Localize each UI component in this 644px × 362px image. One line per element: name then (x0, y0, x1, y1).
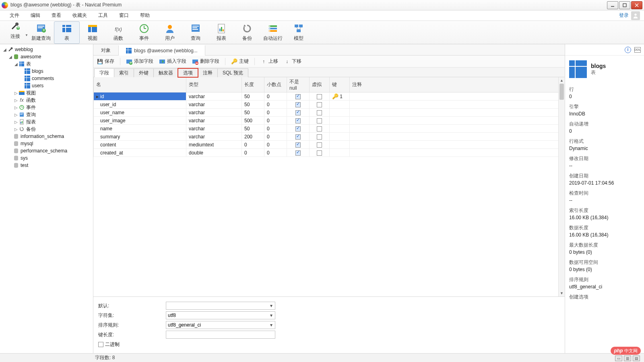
maximize-button[interactable] (619, 1, 630, 9)
ribbon-query[interactable]: 查询 (183, 21, 208, 44)
expand-icon[interactable]: ▷ (14, 127, 19, 132)
tree-view[interactable]: ▷视图 (0, 89, 93, 97)
menu-文件[interactable]: 文件 (4, 12, 25, 19)
ribbon-model[interactable]: 模型 (286, 21, 312, 44)
checkbox-icon[interactable] (295, 150, 301, 156)
subtab-0[interactable]: 字段 (94, 68, 114, 77)
checkbox-icon[interactable] (317, 134, 322, 140)
ribbon-func[interactable]: f(x)函数 (105, 21, 131, 44)
fields-grid[interactable]: 名 类型 长度 小数点 不是 null 虚拟 键 注释 ▸idvarchar50… (93, 77, 565, 296)
ribbon-report[interactable]: 报表 (208, 21, 234, 44)
save-button[interactable]: 💾保存 (97, 58, 114, 65)
expand-icon[interactable]: ◢ (14, 62, 19, 66)
field-row[interactable]: contentmediumtext00 (94, 141, 565, 149)
minimize-button[interactable] (607, 1, 618, 9)
checkbox-icon[interactable] (317, 94, 322, 99)
checkbox-icon[interactable] (295, 126, 301, 132)
tree-database[interactable]: ◢awesome (0, 53, 93, 60)
subtab-3[interactable]: 触发器 (153, 68, 178, 77)
ribbon-table[interactable]: 表 (54, 21, 80, 44)
checkbox-icon[interactable] (317, 142, 322, 148)
expand-icon[interactable]: ◢ (2, 47, 7, 52)
ribbon-view[interactable]: 视图 (80, 21, 105, 44)
checkbox-icon[interactable] (295, 94, 301, 99)
menu-窗口[interactable]: 窗口 (114, 12, 134, 19)
menu-工具[interactable]: 工具 (93, 12, 114, 19)
expand-icon[interactable]: ▷ (14, 120, 19, 124)
ribbon-event[interactable]: 事件 (131, 21, 157, 44)
col-dec[interactable]: 小数点 (264, 77, 287, 93)
tree-connection[interactable]: ◢webblog (0, 46, 93, 53)
expand-icon[interactable]: ▷ (14, 98, 19, 103)
dropdown-icon[interactable]: ▾ (268, 313, 274, 318)
field-row[interactable]: user_namevarchar500 (94, 109, 565, 117)
checkbox-icon[interactable] (295, 142, 301, 148)
connection-tree[interactable]: ◢webblog◢awesome◢表blogscommentsusers▷视图▷… (0, 44, 93, 353)
expand-icon[interactable]: ▷ (14, 113, 19, 117)
subtab-4[interactable]: 选项 (178, 68, 198, 77)
checkbox-icon[interactable] (317, 150, 322, 156)
field-row[interactable]: ▸idvarchar500🔑 1 (94, 93, 565, 101)
tree-table-comments[interactable]: comments (0, 75, 93, 82)
tree-fx[interactable]: ▷fx函数 (0, 97, 93, 104)
col-virt[interactable]: 虚拟 (310, 77, 330, 93)
field-row[interactable]: summaryvarchar2000 (94, 133, 565, 141)
col-len[interactable]: 长度 (242, 77, 264, 93)
subtab-2[interactable]: 外键 (134, 68, 154, 77)
ribbon-connect[interactable]: +连接▼ (2, 21, 28, 44)
col-type[interactable]: 类型 (186, 77, 242, 93)
layout2-icon[interactable]: ▥ (624, 356, 631, 361)
default-input[interactable]: ▾ (166, 302, 275, 310)
primary-key-button[interactable]: 🔑主键 (231, 58, 249, 65)
ribbon-user[interactable]: 用户 (157, 21, 183, 44)
info-icon[interactable]: i (625, 47, 631, 53)
layout3-icon[interactable]: ▤ (633, 356, 640, 361)
insert-field-button[interactable]: 插入字段 (159, 58, 186, 65)
tree-table-blogs[interactable]: blogs (0, 68, 93, 75)
col-comment[interactable]: 注释 (350, 77, 565, 93)
checkbox-icon[interactable] (295, 134, 301, 140)
expand-icon[interactable]: ◢ (8, 55, 13, 59)
col-name[interactable]: 名 (94, 77, 186, 93)
field-row[interactable]: namevarchar500 (94, 125, 565, 133)
subtab-5[interactable]: 注释 (198, 68, 218, 77)
layout1-icon[interactable]: ▭ (615, 356, 622, 361)
tree-db-test[interactable]: test (0, 162, 93, 169)
tree-db-information_schema[interactable]: information_schema (0, 133, 93, 140)
ribbon-newquery[interactable]: +新建查询 (28, 21, 54, 44)
checkbox-icon[interactable] (317, 118, 322, 123)
field-row[interactable]: created_atdouble00 (94, 149, 565, 157)
dropdown-icon[interactable]: ▾ (268, 322, 274, 328)
avatar[interactable] (631, 11, 640, 20)
vertical-scrollbar[interactable]: ▲ ▼ (558, 77, 565, 296)
checkbox-icon[interactable] (317, 126, 322, 132)
collation-input[interactable]: utf8_general_ci▾ (166, 321, 275, 329)
tree-db-performance_schema[interactable]: performance_schema (0, 147, 93, 154)
move-down-button[interactable]: ↓下移 (284, 58, 301, 65)
menu-收藏夹[interactable]: 收藏夹 (67, 12, 93, 19)
tab-objects[interactable]: 对象 (93, 45, 118, 56)
menu-查看[interactable]: 查看 (46, 12, 67, 19)
col-key[interactable]: 键 (330, 77, 350, 93)
expand-icon[interactable]: ▷ (14, 105, 19, 110)
tree-db-mysql[interactable]: mysql (0, 140, 93, 147)
scroll-up-icon[interactable]: ▲ (559, 77, 565, 84)
menu-编辑[interactable]: 编辑 (25, 12, 46, 19)
delete-field-button[interactable]: 删除字段 (192, 58, 219, 65)
tree-event[interactable]: ▷事件 (0, 104, 93, 111)
checkbox-icon[interactable] (317, 102, 322, 107)
tree-tables-folder[interactable]: ◢表 (0, 60, 93, 68)
ribbon-backup[interactable]: 备份 (234, 21, 260, 44)
tree-report[interactable]: ▷报表 (0, 118, 93, 125)
tab-table-designer[interactable]: blogs @awesome (webblog... (118, 45, 205, 56)
col-null[interactable]: 不是 null (287, 77, 310, 93)
tree-backup[interactable]: ▷备份 (0, 125, 93, 133)
tree-db-sys[interactable]: sys (0, 154, 93, 162)
subtab-1[interactable]: 索引 (114, 68, 134, 77)
subtab-6[interactable]: SQL 预览 (217, 68, 248, 77)
tree-table-users[interactable]: users (0, 82, 93, 89)
binary-checkbox[interactable]: 二进制 (98, 341, 120, 348)
checkbox-icon[interactable] (295, 118, 301, 123)
checkbox-icon[interactable] (295, 102, 301, 107)
charset-input[interactable]: utf8▾ (166, 311, 275, 319)
